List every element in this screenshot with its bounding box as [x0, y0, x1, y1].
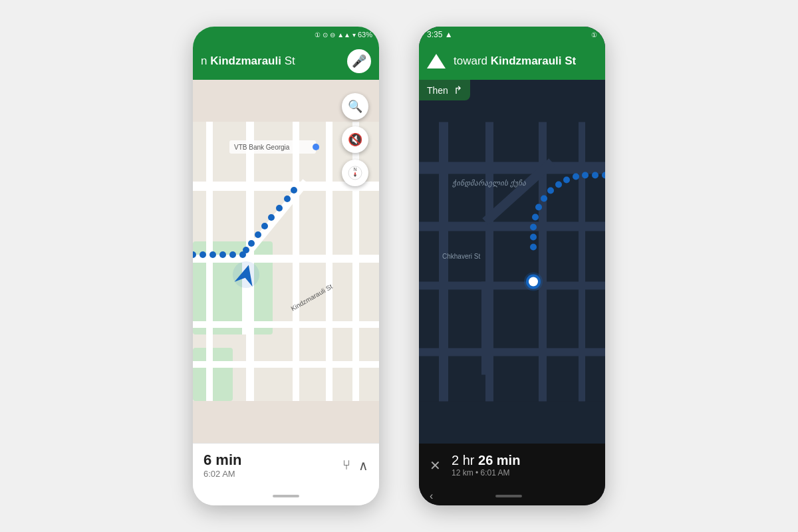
- home-indicator-2: ‹: [419, 487, 605, 505]
- svg-rect-9: [293, 122, 299, 401]
- nav-title-1: n Kindzmarauli St: [201, 55, 347, 68]
- svg-point-27: [255, 231, 261, 238]
- search-icon: 🔍: [348, 99, 362, 114]
- svg-point-53: [592, 172, 598, 179]
- dark-map-svg: ჭინდმარაელის ქუჩა Chkhaveri St: [419, 80, 605, 444]
- svg-rect-6: [193, 361, 379, 368]
- status-icon-2: ①: [591, 31, 597, 39]
- home-indicator-1: [193, 487, 379, 505]
- compass-button[interactable]: N: [342, 160, 368, 186]
- status-icon-minus: ⊖: [330, 31, 335, 39]
- eta-minutes: 6 min: [203, 452, 241, 469]
- svg-point-62: [530, 224, 537, 231]
- svg-point-61: [532, 214, 539, 221]
- svg-point-54: [582, 172, 589, 179]
- turn-right-icon: ↱: [454, 84, 462, 96]
- status-icon-info: ①: [315, 31, 321, 39]
- bottom-actions: ⑂ ∧: [342, 458, 368, 473]
- up-arrow-icon: [427, 54, 446, 68]
- svg-point-32: [291, 187, 297, 194]
- mic-icon: 🎤: [352, 54, 366, 68]
- home-bar-1: [273, 495, 299, 497]
- nav-title-2: toward Kindzmarauli St: [454, 55, 576, 68]
- svg-rect-5: [193, 321, 379, 328]
- home-bar-2: [495, 495, 522, 497]
- status-icon-location: ⊙: [323, 31, 328, 39]
- mic-button[interactable]: 🎤: [347, 49, 371, 73]
- svg-rect-10: [326, 122, 332, 401]
- svg-rect-47: [579, 122, 585, 402]
- svg-point-57: [555, 182, 562, 188]
- svg-text:i: i: [318, 145, 319, 151]
- close-button[interactable]: ✕: [430, 458, 441, 473]
- status-time: 3:35 ▲: [427, 30, 453, 39]
- nav-header-1: n Kindzmarauli St 🎤: [193, 43, 379, 80]
- svg-point-21: [209, 251, 216, 258]
- svg-text:ჭინდმარაელის ქუჩა: ჭინდმარაელის ქუჩა: [452, 179, 526, 188]
- svg-point-55: [573, 174, 579, 180]
- svg-point-22: [219, 251, 226, 258]
- then-label: Then: [427, 85, 448, 96]
- eta-info-1: 6 min 6:02 AM: [203, 452, 241, 479]
- svg-point-20: [200, 251, 206, 258]
- route-icon[interactable]: ⑂: [342, 458, 350, 473]
- status-icons: ① ⊙ ⊖ ▲▲ ▾ 63%: [315, 31, 372, 39]
- compass-icon: N: [347, 165, 363, 181]
- svg-rect-44: [439, 122, 448, 402]
- svg-point-31: [284, 196, 291, 202]
- svg-point-23: [229, 251, 236, 258]
- svg-point-29: [268, 214, 275, 221]
- mute-button[interactable]: 🔇: [342, 126, 368, 153]
- svg-point-34: [233, 261, 259, 288]
- status-icon-wifi: ▾: [352, 31, 356, 39]
- mute-icon: 🔇: [348, 132, 362, 147]
- then-banner: Then ↱: [419, 80, 470, 100]
- svg-point-63: [530, 234, 537, 241]
- svg-rect-7: [206, 122, 213, 401]
- svg-point-25: [243, 247, 249, 253]
- status-icon-signal: ▲▲: [337, 31, 350, 39]
- svg-point-67: [529, 277, 538, 287]
- svg-text:Chkhaveri St: Chkhaveri St: [442, 253, 480, 260]
- svg-point-58: [547, 188, 554, 194]
- phone-1: ① ⊙ ⊖ ▲▲ ▾ 63% n Kindzmarauli St 🎤: [193, 27, 379, 505]
- svg-point-59: [541, 196, 547, 202]
- eta-duration: 2 hr 26 min: [452, 453, 520, 468]
- back-button[interactable]: ‹: [430, 490, 433, 502]
- svg-point-28: [261, 223, 268, 229]
- status-bar-2: 3:35 ▲ ①: [419, 27, 605, 43]
- svg-text:N: N: [353, 167, 356, 172]
- eta-sub-dark: 12 km • 6:01 AM: [452, 468, 520, 477]
- svg-point-30: [276, 205, 283, 211]
- bottom-bar-1: 6 min 6:02 AM ⑂ ∧: [193, 443, 379, 487]
- svg-point-64: [530, 244, 537, 251]
- svg-text:VTB Bank Georgia: VTB Bank Georgia: [234, 144, 290, 151]
- eta-time: 6:02 AM: [203, 469, 241, 479]
- dark-map[interactable]: Then ↱ ჭინდმარაელის ქუჩა Chkhaveri S: [419, 80, 605, 444]
- bottom-bar-dark: ✕ 2 hr 26 min 12 km • 6:01 AM: [419, 444, 605, 487]
- phone-2: 3:35 ▲ ① toward Kindzmarauli St Then ↱: [419, 27, 605, 505]
- eta-info-dark: 2 hr 26 min 12 km • 6:01 AM: [452, 453, 520, 477]
- svg-point-26: [248, 240, 255, 247]
- status-bar-1: ① ⊙ ⊖ ▲▲ ▾ 63%: [193, 27, 379, 43]
- nav-header-2: toward Kindzmarauli St: [419, 43, 605, 80]
- map-area-1[interactable]: VTB Bank Georgia i Kindzmarauli St: [193, 80, 379, 443]
- svg-point-60: [535, 204, 542, 211]
- battery-text: 63%: [358, 31, 372, 39]
- search-button[interactable]: 🔍: [342, 93, 368, 120]
- svg-point-56: [563, 177, 570, 184]
- expand-icon[interactable]: ∧: [358, 458, 368, 473]
